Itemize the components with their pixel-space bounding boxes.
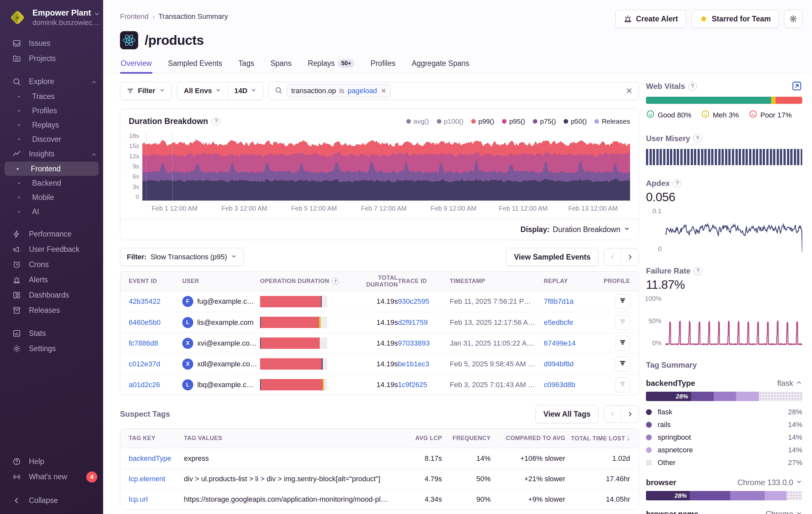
legend-p99[interactable]: p99() [471, 117, 494, 125]
sidebar-item-mobile[interactable]: Mobile [0, 190, 103, 205]
search-input[interactable]: transaction.op is pageload ✕ ✕ [268, 82, 639, 100]
legend-p50[interactable]: p50() [563, 117, 587, 125]
sidebar-item-crons[interactable]: Crons [0, 257, 103, 272]
token-remove-icon[interactable]: ✕ [380, 87, 386, 95]
sidebar-item-performance[interactable]: Performance [0, 226, 103, 242]
starred-for-team-button[interactable]: Starred for Team [691, 10, 779, 28]
profile-button[interactable] [615, 315, 630, 330]
chevron-up-icon[interactable] [91, 151, 97, 157]
prev-page-button[interactable] [604, 405, 621, 423]
period-dropdown[interactable]: 14D [228, 82, 263, 100]
sidebar-item-help[interactable]: Help [0, 454, 103, 469]
sidebar-item-insights[interactable]: Insights [0, 146, 103, 162]
legend-p75[interactable]: p75() [533, 117, 556, 125]
tab-aggregate-spans[interactable]: Aggregate Spans [411, 59, 470, 73]
tag-legend-item-rails[interactable]: rails14% [646, 418, 802, 431]
help-icon[interactable]: ? [212, 117, 220, 126]
column-header-compared-to-avg[interactable]: Compared To Avg [491, 435, 565, 442]
sidebar-item-settings[interactable]: Settings [0, 341, 103, 356]
sidebar-item-replays[interactable]: Replays [0, 118, 103, 132]
help-icon[interactable]: ? [689, 82, 697, 90]
legend-p100[interactable]: p100() [437, 117, 464, 125]
tab-replays[interactable]: Replays50+ [307, 59, 355, 73]
tag-key-link[interactable]: lcp.url [129, 495, 184, 504]
tag-distribution-bar[interactable]: 28% [646, 392, 802, 401]
column-header-total-time-lost[interactable]: Total Time Lost ↓ [565, 435, 630, 442]
tag-key-link[interactable]: backendType [129, 454, 184, 463]
profile-button[interactable] [615, 377, 630, 392]
prev-page-button[interactable] [604, 248, 621, 266]
legend-releases[interactable]: Releases [594, 117, 630, 125]
column-header-avg-lcp[interactable]: Avg LCP [403, 435, 442, 442]
trace-id-link[interactable]: 1c9f2625 [398, 381, 450, 389]
sidebar-item-traces[interactable]: Traces [0, 89, 103, 104]
tag-selected-value[interactable]: Chrome [765, 510, 802, 514]
sidebar-item-frontend[interactable]: Frontend [4, 162, 98, 176]
env-dropdown[interactable]: All Envs [177, 82, 228, 100]
replay-link[interactable]: 7f8b7d1a [544, 297, 596, 306]
chevron-up-icon[interactable] [91, 79, 97, 85]
event-id-link[interactable]: 6460e5b0 [129, 318, 182, 327]
legend-avg[interactable]: avg() [406, 117, 429, 125]
tag-selected-value[interactable]: flask [777, 379, 802, 388]
sidebar-item-what-s-new[interactable]: What's new4 [0, 469, 103, 485]
sidebar-item-ai[interactable]: AI [0, 205, 103, 219]
help-icon[interactable]: ? [693, 134, 702, 143]
replay-link[interactable]: d994bf8d [544, 360, 596, 368]
event-id-link[interactable]: c012e37d [129, 360, 182, 368]
help-icon[interactable]: ? [694, 267, 702, 275]
event-id-link[interactable]: fc7886d8 [129, 339, 182, 348]
replay-link[interactable]: 67499e14 [544, 339, 596, 348]
tag-legend-item-aspnetcore[interactable]: aspnetcore14% [646, 443, 802, 456]
tag-legend-item-flask[interactable]: flask28% [646, 406, 802, 418]
trace-id-link[interactable]: 97033893 [398, 339, 450, 348]
help-icon[interactable]: ? [332, 278, 339, 285]
sidebar-item-collapse[interactable]: Collapse [0, 493, 103, 508]
sidebar-item-explore[interactable]: Explore [0, 74, 103, 89]
org-switcher[interactable]: Empower Plant dominik.buszowiec… [0, 6, 103, 30]
next-page-button[interactable] [621, 248, 639, 266]
filter-dropdown[interactable]: Filter [120, 82, 172, 100]
tag-selected-value[interactable]: Chrome 133.0.0 [737, 478, 802, 487]
tab-profiles[interactable]: Profiles [370, 59, 396, 73]
view-sampled-events-button[interactable]: View Sampled Events [506, 248, 599, 266]
sidebar-item-releases[interactable]: Releases [0, 303, 103, 318]
sidebar-item-discover[interactable]: Discover [0, 132, 103, 146]
tab-tags[interactable]: Tags [238, 59, 255, 73]
view-all-tags-button[interactable]: View All Tags [535, 405, 599, 423]
help-icon[interactable]: ? [673, 179, 681, 188]
external-link-icon[interactable] [791, 80, 802, 91]
breadcrumb-frontend[interactable]: Frontend [120, 12, 148, 21]
search-token[interactable]: transaction.op is pageload ✕ [287, 84, 390, 97]
duration-chart[interactable] [142, 132, 630, 201]
tag-key-link[interactable]: lcp.element [129, 475, 184, 483]
replay-link[interactable]: c0963d8b [544, 381, 596, 389]
profile-button[interactable] [615, 336, 630, 351]
tab-overview[interactable]: Overview [120, 59, 152, 73]
profile-button[interactable] [615, 357, 630, 372]
tab-spans[interactable]: Spans [270, 59, 292, 73]
tab-sampled-events[interactable]: Sampled Events [167, 59, 223, 73]
trace-id-link[interactable]: 930c2595 [398, 297, 450, 306]
next-page-button[interactable] [621, 405, 639, 423]
event-id-link[interactable]: 42b35422 [129, 297, 182, 306]
event-id-link[interactable]: a01d2c26 [129, 381, 182, 389]
sidebar-item-projects[interactable]: Projects [0, 51, 103, 66]
transactions-filter-dropdown[interactable]: Filter: Slow Transactions (p95) [120, 248, 243, 266]
sidebar-item-issues[interactable]: Issues [0, 36, 103, 51]
search-clear-icon[interactable]: ✕ [626, 86, 633, 96]
trace-id-link[interactable]: be1b1ec3 [398, 360, 450, 368]
display-dropdown[interactable]: Duration Breakdown [553, 225, 620, 234]
sidebar-item-dashboards[interactable]: Dashboards [0, 288, 103, 303]
sidebar-item-alerts[interactable]: Alerts [0, 272, 103, 288]
tag-legend-item-springboot[interactable]: springboot14% [646, 431, 802, 443]
tag-distribution-bar[interactable]: 28% [646, 491, 802, 501]
trace-id-link[interactable]: d2f91759 [398, 318, 450, 327]
sidebar-item-profiles[interactable]: Profiles [0, 104, 103, 118]
legend-p95[interactable]: p95() [502, 117, 525, 125]
create-alert-button[interactable]: Create Alert [615, 10, 686, 28]
replay-link[interactable]: e5edbcfe [544, 318, 596, 327]
tag-legend-item-other[interactable]: Other27% [646, 456, 802, 469]
sidebar-item-stats[interactable]: Stats [0, 326, 103, 341]
sidebar-item-backend[interactable]: Backend [0, 176, 103, 190]
